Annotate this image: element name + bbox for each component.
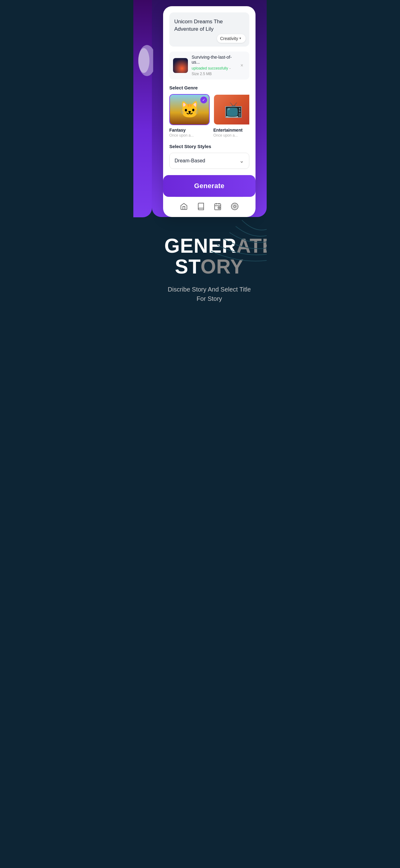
svg-point-1 — [138, 48, 149, 73]
left-wing-decoration — [138, 43, 153, 78]
genre-image-fantasy: 🐱 ✓ — [169, 94, 210, 125]
svg-point-4 — [231, 203, 238, 210]
genre-preview-entertainment: Once upon a... — [213, 133, 249, 137]
file-status-row: uploaded successfully - Size 2.5 MB — [192, 65, 234, 76]
bottom-section: GENERATE STORY Discribe Story And Select… — [152, 217, 267, 322]
genre-item-entertainment[interactable]: 📺 Entertainment Once upon a... — [213, 94, 249, 137]
bottom-description: Discribe Story And Select Title For Stor… — [164, 285, 254, 303]
main-card: Unicorn Dreams The Adventure of Lily Cre… — [163, 6, 256, 217]
genre-section-label: Select Genre — [169, 85, 249, 90]
genre-entertainment-bg: 📺 — [214, 95, 249, 124]
svg-point-5 — [234, 205, 236, 207]
cat-figure-icon: 🐱 — [179, 101, 200, 118]
genre-name-entertainment: Entertainment — [213, 128, 249, 132]
page-wrapper: Unicorn Dreams The Adventure of Lily Cre… — [133, 0, 267, 322]
genre-image-entertainment: 📺 — [213, 94, 249, 125]
headline-story-white: ST — [175, 255, 201, 278]
dropdown-chevron-icon: ⌄ — [239, 157, 244, 164]
file-name: Surviving-the-last-of-us... — [192, 55, 234, 65]
genre-scroll: 🐱 ✓ Fantasy Once upon a... 📺 — [169, 94, 249, 139]
nav-calendar-button[interactable] — [213, 202, 223, 211]
genre-preview-fantasy: Once upon a... — [169, 133, 210, 137]
file-close-button[interactable]: × — [238, 62, 245, 69]
nav-camera-button[interactable] — [230, 202, 240, 211]
story-style-label: Select Story Styles — [169, 144, 249, 149]
bottom-nav — [175, 197, 243, 217]
top-gradient-area: Unicorn Dreams The Adventure of Lily Cre… — [152, 0, 267, 217]
main-content: Unicorn Dreams The Adventure of Lily Cre… — [152, 0, 267, 322]
chevron-down-icon: ▾ — [239, 36, 241, 40]
svg-point-6 — [233, 204, 237, 208]
story-input-text: Unicorn Dreams The Adventure of Lily — [174, 18, 244, 33]
file-thumbnail — [173, 58, 188, 73]
file-status: uploaded successfully — [192, 66, 228, 70]
file-upload-row: Surviving-the-last-of-us... uploaded suc… — [169, 52, 249, 80]
hero-description-text: Discribe Story And Select Title For Stor… — [164, 285, 254, 303]
file-thumb-inner — [173, 58, 188, 73]
genre-selected-check: ✓ — [200, 97, 207, 103]
genre-item-fantasy[interactable]: 🐱 ✓ Fantasy Once upon a... — [169, 94, 210, 137]
tv-figure-icon: 📺 — [224, 101, 243, 118]
creativity-label: Creativity — [220, 36, 238, 41]
nav-book-button[interactable] — [196, 202, 206, 211]
genre-name-fantasy: Fantasy — [169, 128, 210, 132]
story-style-section: Select Story Styles Dream-Based ⌄ — [169, 144, 249, 169]
creativity-badge[interactable]: Creativity ▾ — [217, 34, 245, 43]
generate-button[interactable]: Generate — [163, 175, 256, 197]
purple-left-accent — [133, 0, 152, 217]
story-style-value: Dream-Based — [174, 158, 205, 164]
story-input-area[interactable]: Unicorn Dreams The Adventure of Lily Cre… — [169, 12, 249, 46]
wave-lines-decoration — [205, 217, 267, 279]
nav-home-button[interactable] — [179, 202, 189, 211]
story-style-dropdown[interactable]: Dream-Based ⌄ — [169, 153, 249, 169]
file-info: Surviving-the-last-of-us... uploaded suc… — [192, 55, 234, 76]
